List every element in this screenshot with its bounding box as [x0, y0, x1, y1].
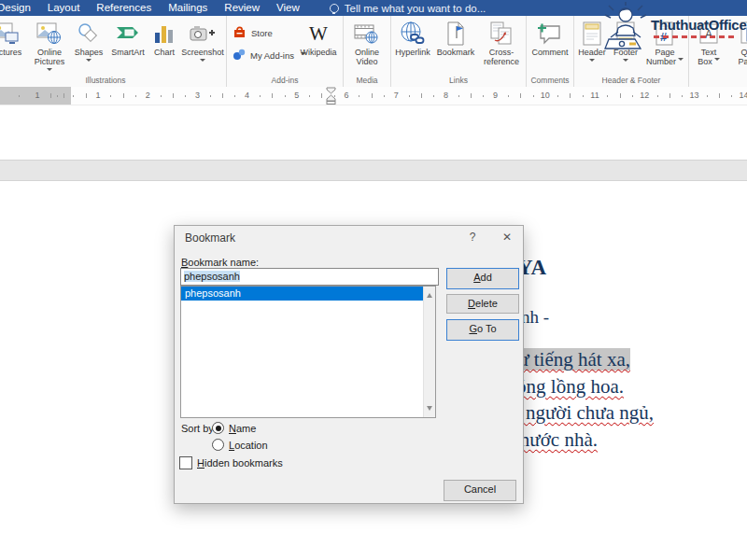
pictures-icon [0, 20, 21, 48]
hidden-bookmarks-checkbox[interactable] [179, 456, 192, 469]
add-button[interactable]: Add [446, 268, 519, 289]
group-text: A Text Box Quick Parts [689, 16, 747, 87]
tab-layout[interactable]: Layout [48, 2, 80, 13]
goto-button[interactable]: Go To [446, 319, 519, 341]
tell-me-box[interactable]: Tell me what you want to do... [330, 3, 486, 14]
scroll-up-icon[interactable] [427, 290, 432, 298]
dropdown-caret-icon [47, 68, 52, 74]
sort-location-label[interactable]: Location [229, 440, 268, 451]
group-label-addins: Add-ins [227, 75, 343, 87]
pictures-button[interactable]: Pictures [0, 18, 28, 75]
text-box-icon: A [698, 20, 720, 48]
hyperlink-button[interactable]: Hyperlink [391, 18, 434, 75]
group-illustrations: Pictures Online Pictures Shapes [0, 16, 227, 87]
online-pictures-icon [36, 20, 63, 48]
bookmark-list-item[interactable]: phepsosanh [181, 287, 424, 301]
wikipedia-icon: W [309, 20, 328, 48]
bookmark-icon [444, 20, 467, 48]
ribbon: Pictures Online Pictures Shapes [0, 16, 747, 88]
group-label-links: Links [391, 75, 526, 87]
dropdown-caret-icon [678, 58, 684, 63]
svg-text:#: # [660, 30, 668, 44]
scroll-down-icon[interactable] [427, 406, 432, 413]
smartart-icon [114, 20, 142, 48]
cross-reference-button[interactable]: Cross- reference [477, 18, 526, 75]
bookmark-button[interactable]: Bookmark [434, 18, 477, 75]
lightbulb-icon [330, 4, 339, 13]
ruler-margin-number: 1 [35, 91, 39, 100]
group-label-illustrations: Illustrations [0, 75, 226, 87]
menu-bar: Design Layout References Mailings Review… [0, 0, 747, 16]
dropdown-caret-icon [200, 59, 205, 64]
dropdown-caret-icon [623, 59, 628, 64]
sort-location-radio[interactable] [212, 439, 224, 451]
wikipedia-button[interactable]: W Wikipedia [294, 18, 343, 75]
shapes-icon [77, 20, 101, 48]
indent-marker[interactable] [326, 87, 337, 108]
bookmark-list[interactable]: phepsosanh [180, 286, 436, 418]
chart-icon [152, 20, 176, 48]
store-icon [233, 24, 247, 41]
text-box-button[interactable]: A Text Box [689, 18, 728, 75]
word-window: Design Layout References Mailings Review… [0, 0, 747, 560]
group-comments: Comment Comments [527, 16, 574, 87]
footer-icon [614, 20, 637, 48]
page-gap [0, 160, 747, 181]
dialog-title: Bookmark [185, 231, 235, 245]
quick-parts-icon [740, 20, 747, 48]
store-button[interactable]: Store [233, 24, 292, 41]
ruler: 1 1234567891011121314 [0, 87, 747, 105]
tab-view[interactable]: View [276, 2, 300, 13]
dropdown-caret-icon [714, 58, 720, 63]
list-scrollbar[interactable] [423, 287, 435, 417]
sort-name-radio[interactable] [212, 422, 224, 434]
bookmark-name-label: Bookmark name: [181, 257, 259, 268]
svg-text:A: A [705, 28, 712, 41]
group-header-footer: Header Footer # Page Number [574, 16, 689, 87]
group-label-media: Media [344, 75, 390, 87]
header-icon [581, 20, 603, 48]
tab-design[interactable]: Design [0, 2, 31, 13]
group-label-header-footer: Header & Footer [574, 75, 688, 87]
comment-button[interactable]: Comment [527, 18, 573, 75]
bookmark-dialog: Bookmark ? ✕ Bookmark name: phepsosanh p… [174, 225, 524, 504]
online-pictures-button[interactable]: Online Pictures [28, 18, 71, 75]
bookmark-name-input[interactable]: phepsosanh [180, 268, 439, 286]
smartart-button[interactable]: SmartArt [106, 18, 149, 75]
sort-name-label[interactable]: Name [229, 423, 256, 434]
footer-button[interactable]: Footer [610, 18, 641, 75]
ruler-margin: 1 [0, 87, 71, 105]
screenshot-button[interactable]: Screenshot [179, 18, 226, 75]
header-button[interactable]: Header [574, 18, 610, 75]
dropdown-caret-icon [86, 59, 92, 64]
cross-reference-icon [489, 20, 514, 48]
hidden-bookmarks-label[interactable]: Hidden bookmarks [197, 457, 283, 469]
tab-review[interactable]: Review [224, 2, 260, 13]
shapes-button[interactable]: Shapes [71, 18, 106, 75]
online-video-button[interactable]: Online Video [344, 18, 390, 75]
quick-parts-button[interactable]: Quick Parts [728, 18, 747, 75]
tell-me-label: Tell me what you want to do... [345, 3, 486, 14]
comment-icon [537, 20, 563, 48]
group-label-comments: Comments [527, 75, 573, 87]
hyperlink-icon [399, 20, 427, 48]
page-number-icon: # [655, 20, 675, 48]
dialog-close-button[interactable]: ✕ [498, 231, 516, 244]
tab-references[interactable]: References [96, 2, 151, 13]
tab-mailings[interactable]: Mailings [168, 2, 207, 13]
dropdown-caret-icon [589, 59, 595, 64]
screenshot-icon [189, 20, 217, 48]
dialog-help-button[interactable]: ? [464, 231, 481, 244]
chart-button[interactable]: Chart [149, 18, 179, 75]
group-media: Online Video Media [344, 16, 391, 87]
group-addins: Store My Add-ins W Wikipedia Add-ins [227, 16, 344, 87]
online-video-icon [354, 20, 380, 48]
my-addins-button[interactable]: My Add-ins [233, 48, 292, 63]
delete-button[interactable]: Delete [446, 294, 519, 314]
my-addins-icon [233, 48, 246, 63]
page-number-button[interactable]: # Page Number [641, 18, 688, 75]
group-links: Hyperlink Bookmark Cross- reference Link… [391, 16, 527, 87]
cancel-button[interactable]: Cancel [444, 480, 516, 501]
